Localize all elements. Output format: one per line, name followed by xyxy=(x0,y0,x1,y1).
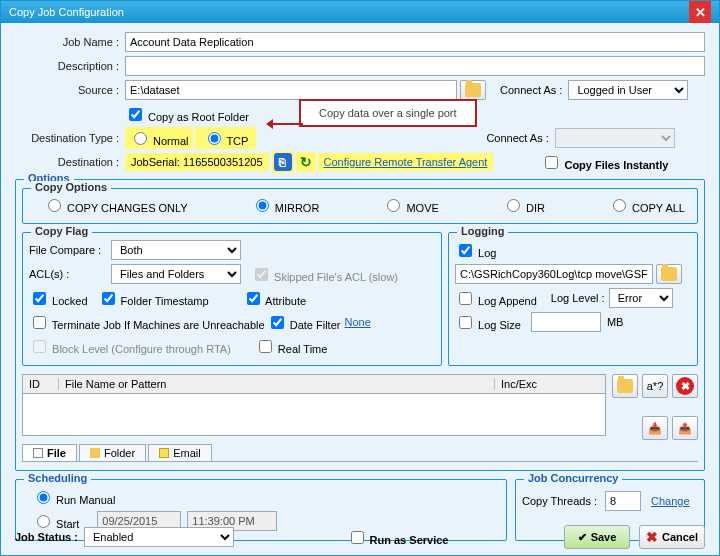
copy-options-legend: Copy Options xyxy=(31,181,111,193)
refresh-button[interactable]: ↻ xyxy=(296,152,316,172)
col-id: ID xyxy=(23,378,59,390)
label-dest-type: Destination Type : xyxy=(15,132,125,144)
delete-icon: ✖ xyxy=(676,377,694,395)
log-size-checkbox[interactable]: Log Size xyxy=(455,313,521,332)
job-serial-text: JobSerial: 1165500351205 xyxy=(125,153,269,171)
save-button[interactable]: ✔ Save xyxy=(564,525,630,549)
label-source: Source : xyxy=(15,84,125,96)
connect-as-2-select xyxy=(555,128,675,148)
label-log-level: Log Level : xyxy=(551,292,605,304)
source-input[interactable] xyxy=(125,80,457,100)
copy-as-root-checkbox[interactable]: Copy as Root Folder xyxy=(125,105,249,124)
job-status-select[interactable]: Enabled xyxy=(84,527,234,547)
browse-log-button[interactable] xyxy=(656,264,682,284)
pattern-table-body[interactable] xyxy=(22,394,606,436)
file-compare-select[interactable]: Both xyxy=(111,240,241,260)
window-title: Copy Job Configuration xyxy=(9,6,124,18)
col-file: File Name or Pattern xyxy=(59,378,495,390)
label-connect-as-1: Connect As : xyxy=(500,84,562,96)
job-concurrency-legend: Job Concurrency xyxy=(524,472,622,484)
logging-legend: Logging xyxy=(457,225,508,237)
copy-icon: ⎘ xyxy=(274,153,292,171)
copy-threads-input[interactable] xyxy=(605,491,641,511)
col-inc: Inc/Exc xyxy=(495,378,605,390)
import-button[interactable]: 📥 xyxy=(642,416,668,440)
copy-changes-radio[interactable]: COPY CHANGES ONLY xyxy=(43,196,188,214)
label-destination: Destination : xyxy=(15,156,125,168)
label-copy-threads: Copy Threads : xyxy=(522,495,597,507)
label-job-status: Job Status : xyxy=(15,531,78,543)
cancel-button[interactable]: ✖ Cancel xyxy=(639,525,705,549)
add-folder-button[interactable] xyxy=(612,374,638,398)
job-name-input[interactable] xyxy=(125,32,705,52)
cancel-icon: ✖ xyxy=(646,529,658,545)
label-mb: MB xyxy=(607,316,624,328)
skipped-acl-checkbox: Skipped File's ACL (slow) xyxy=(251,265,398,284)
label-description: Description : xyxy=(15,60,125,72)
attribute-checkbox[interactable]: Attribute xyxy=(243,289,306,308)
annotation-box: Copy data over a single port xyxy=(299,99,477,127)
run-manual-radio[interactable]: Run Manual xyxy=(32,488,115,506)
locked-checkbox[interactable]: Locked xyxy=(29,289,88,308)
copy-all-radio[interactable]: COPY ALL xyxy=(608,196,685,214)
folder-icon xyxy=(465,83,481,97)
refresh-icon: ↻ xyxy=(300,154,312,170)
label-connect-as-2: Connect As : xyxy=(486,132,548,144)
log-level-select[interactable]: Error xyxy=(609,288,673,308)
dir-radio[interactable]: DIR xyxy=(502,196,545,214)
date-filter-checkbox[interactable]: Date Filter xyxy=(267,313,341,332)
log-checkbox[interactable]: Log xyxy=(455,241,496,260)
terminate-checkbox[interactable]: Terminate Job If Machines are Unreachabl… xyxy=(29,313,265,332)
close-button[interactable]: ✕ xyxy=(689,1,711,23)
folder-icon xyxy=(617,379,633,393)
copy-instantly-checkbox[interactable]: Copy Files Instantly xyxy=(541,153,668,172)
log-path-input[interactable] xyxy=(455,264,653,284)
mirror-radio[interactable]: MIRROR xyxy=(251,196,320,214)
label-file-compare: File Compare : xyxy=(29,244,111,256)
delete-button[interactable]: ✖ xyxy=(672,374,698,398)
folder-icon xyxy=(661,267,677,281)
move-radio[interactable]: MOVE xyxy=(382,196,438,214)
dest-type-tcp-radio[interactable]: TCP xyxy=(195,127,257,149)
label-acls: ACL(s) : xyxy=(29,268,111,280)
tab-file[interactable]: File xyxy=(22,444,77,461)
change-link[interactable]: Change xyxy=(651,495,690,507)
log-append-checkbox[interactable]: Log Append xyxy=(455,289,537,308)
file-icon xyxy=(33,448,43,458)
scheduling-legend: Scheduling xyxy=(24,472,91,484)
block-level-checkbox: Block Level (Configure through RTA) xyxy=(29,337,231,356)
log-size-input[interactable] xyxy=(531,312,601,332)
tab-email[interactable]: Email xyxy=(148,444,212,461)
export-button[interactable]: 📤 xyxy=(672,416,698,440)
acls-select[interactable]: Files and Folders xyxy=(111,264,241,284)
connect-as-1-select[interactable]: Logged in User xyxy=(568,80,688,100)
folder-timestamp-checkbox[interactable]: Folder Timestamp xyxy=(98,289,209,308)
browse-source-button[interactable] xyxy=(460,80,486,100)
dest-type-normal-radio[interactable]: Normal xyxy=(125,127,193,149)
run-as-service-checkbox[interactable]: Run as Service xyxy=(347,528,449,547)
description-input[interactable] xyxy=(125,56,705,76)
date-filter-none-link[interactable]: None xyxy=(344,316,370,328)
label-job-name: Job Name : xyxy=(15,36,125,48)
real-time-checkbox[interactable]: Real Time xyxy=(255,337,328,356)
configure-remote-link[interactable]: Configure Remote Transfer Agent xyxy=(318,153,494,171)
pattern-table-header: ID File Name or Pattern Inc/Exc xyxy=(22,374,606,394)
pattern-button[interactable]: a*? xyxy=(642,374,668,398)
mail-icon xyxy=(159,448,169,458)
copy-serial-button[interactable]: ⎘ xyxy=(272,151,294,173)
folder-icon xyxy=(90,448,100,458)
annotation-arrow xyxy=(267,123,303,125)
tab-folder[interactable]: Folder xyxy=(79,444,146,461)
copy-flag-legend: Copy Flag xyxy=(31,225,92,237)
